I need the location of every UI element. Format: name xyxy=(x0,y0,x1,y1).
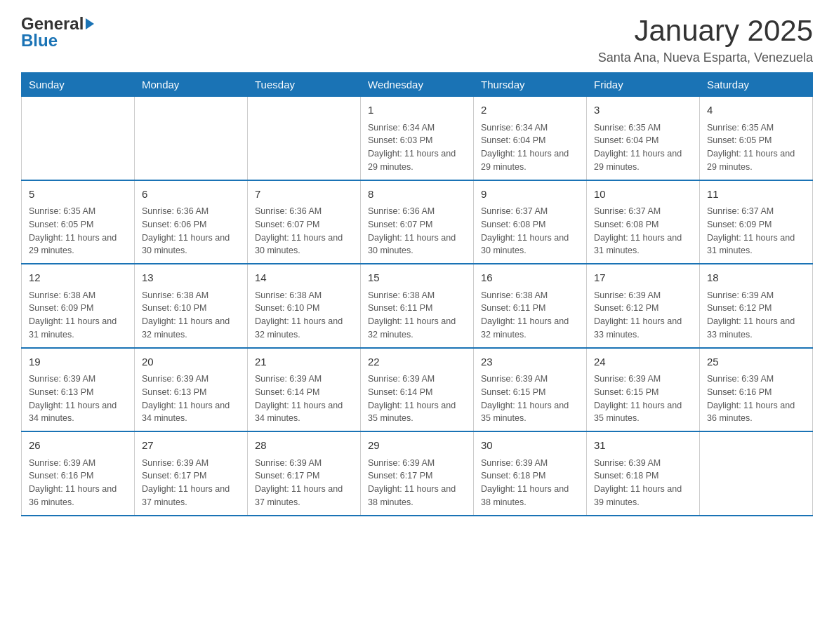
day-info: Sunrise: 6:36 AMSunset: 6:07 PMDaylight:… xyxy=(255,205,353,257)
calendar-table: SundayMondayTuesdayWednesdayThursdayFrid… xyxy=(21,72,813,516)
day-number: 30 xyxy=(481,438,579,454)
logo-blue-text: Blue xyxy=(21,31,58,50)
calendar-cell: 29Sunrise: 6:39 AMSunset: 6:17 PMDayligh… xyxy=(361,431,474,516)
day-info: Sunrise: 6:39 AMSunset: 6:15 PMDaylight:… xyxy=(594,373,692,425)
day-number: 11 xyxy=(707,187,805,203)
day-header-thursday: Thursday xyxy=(474,73,587,97)
day-number: 27 xyxy=(142,438,240,454)
calendar-cell: 18Sunrise: 6:39 AMSunset: 6:12 PMDayligh… xyxy=(700,264,813,348)
day-number: 28 xyxy=(255,438,353,454)
calendar-cell xyxy=(22,97,135,180)
page-subtitle: Santa Ana, Nueva Esparta, Venezuela xyxy=(598,51,813,65)
calendar-cell: 23Sunrise: 6:39 AMSunset: 6:15 PMDayligh… xyxy=(474,348,587,432)
calendar-cell: 6Sunrise: 6:36 AMSunset: 6:06 PMDaylight… xyxy=(135,180,248,264)
day-info: Sunrise: 6:37 AMSunset: 6:08 PMDaylight:… xyxy=(594,205,692,257)
day-number: 16 xyxy=(481,270,579,286)
day-header-wednesday: Wednesday xyxy=(361,73,474,97)
calendar-cell xyxy=(700,431,813,516)
calendar-cell: 7Sunrise: 6:36 AMSunset: 6:07 PMDaylight… xyxy=(248,180,361,264)
day-info: Sunrise: 6:38 AMSunset: 6:09 PMDaylight:… xyxy=(29,289,127,342)
calendar-cell: 10Sunrise: 6:37 AMSunset: 6:08 PMDayligh… xyxy=(587,180,700,264)
day-info: Sunrise: 6:39 AMSunset: 6:17 PMDaylight:… xyxy=(368,457,466,509)
day-info: Sunrise: 6:37 AMSunset: 6:08 PMDaylight:… xyxy=(481,205,579,257)
page-title: January 2025 xyxy=(598,14,813,48)
day-number: 3 xyxy=(594,102,692,119)
day-number: 17 xyxy=(594,270,692,286)
calendar-week-2: 5Sunrise: 6:35 AMSunset: 6:05 PMDaylight… xyxy=(22,180,813,264)
calendar-cell: 27Sunrise: 6:39 AMSunset: 6:17 PMDayligh… xyxy=(135,431,248,516)
day-info: Sunrise: 6:39 AMSunset: 6:16 PMDaylight:… xyxy=(707,373,805,425)
calendar-cell xyxy=(248,97,361,180)
calendar-cell: 15Sunrise: 6:38 AMSunset: 6:11 PMDayligh… xyxy=(361,264,474,348)
day-info: Sunrise: 6:36 AMSunset: 6:07 PMDaylight:… xyxy=(368,205,466,257)
day-number: 7 xyxy=(255,187,353,203)
day-number: 9 xyxy=(481,187,579,203)
calendar-cell: 16Sunrise: 6:38 AMSunset: 6:11 PMDayligh… xyxy=(474,264,587,348)
day-info: Sunrise: 6:39 AMSunset: 6:15 PMDaylight:… xyxy=(481,373,579,425)
calendar-week-3: 12Sunrise: 6:38 AMSunset: 6:09 PMDayligh… xyxy=(22,264,813,348)
day-number: 19 xyxy=(29,354,127,370)
day-info: Sunrise: 6:38 AMSunset: 6:10 PMDaylight:… xyxy=(255,289,353,342)
day-number: 26 xyxy=(29,438,127,454)
calendar-cell: 31Sunrise: 6:39 AMSunset: 6:18 PMDayligh… xyxy=(587,431,700,516)
day-info: Sunrise: 6:39 AMSunset: 6:17 PMDaylight:… xyxy=(255,457,353,509)
day-info: Sunrise: 6:39 AMSunset: 6:14 PMDaylight:… xyxy=(368,373,466,425)
day-number: 22 xyxy=(368,354,466,370)
day-number: 1 xyxy=(368,102,466,119)
page-header: General Blue January 2025 Santa Ana, Nue… xyxy=(21,14,813,65)
calendar-cell: 19Sunrise: 6:39 AMSunset: 6:13 PMDayligh… xyxy=(22,348,135,432)
day-info: Sunrise: 6:39 AMSunset: 6:12 PMDaylight:… xyxy=(707,289,805,342)
calendar-cell: 4Sunrise: 6:35 AMSunset: 6:05 PMDaylight… xyxy=(700,97,813,180)
calendar-cell: 5Sunrise: 6:35 AMSunset: 6:05 PMDaylight… xyxy=(22,180,135,264)
calendar-cell: 25Sunrise: 6:39 AMSunset: 6:16 PMDayligh… xyxy=(700,348,813,432)
day-info: Sunrise: 6:39 AMSunset: 6:13 PMDaylight:… xyxy=(142,373,240,425)
day-number: 2 xyxy=(481,102,579,119)
calendar-header: SundayMondayTuesdayWednesdayThursdayFrid… xyxy=(22,73,813,97)
day-number: 4 xyxy=(707,102,805,119)
day-number: 10 xyxy=(594,187,692,203)
calendar-cell: 30Sunrise: 6:39 AMSunset: 6:18 PMDayligh… xyxy=(474,431,587,516)
day-number: 14 xyxy=(255,270,353,286)
calendar-cell: 13Sunrise: 6:38 AMSunset: 6:10 PMDayligh… xyxy=(135,264,248,348)
day-number: 20 xyxy=(142,354,240,370)
calendar-cell: 22Sunrise: 6:39 AMSunset: 6:14 PMDayligh… xyxy=(361,348,474,432)
calendar-cell: 3Sunrise: 6:35 AMSunset: 6:04 PMDaylight… xyxy=(587,97,700,180)
day-info: Sunrise: 6:39 AMSunset: 6:18 PMDaylight:… xyxy=(594,457,692,509)
day-number: 25 xyxy=(707,354,805,370)
calendar-cell: 14Sunrise: 6:38 AMSunset: 6:10 PMDayligh… xyxy=(248,264,361,348)
day-info: Sunrise: 6:39 AMSunset: 6:18 PMDaylight:… xyxy=(481,457,579,509)
calendar-cell: 12Sunrise: 6:38 AMSunset: 6:09 PMDayligh… xyxy=(22,264,135,348)
calendar-cell: 24Sunrise: 6:39 AMSunset: 6:15 PMDayligh… xyxy=(587,348,700,432)
day-number: 29 xyxy=(368,438,466,454)
logo: General Blue xyxy=(21,14,95,51)
day-info: Sunrise: 6:34 AMSunset: 6:04 PMDaylight:… xyxy=(481,121,579,174)
day-info: Sunrise: 6:39 AMSunset: 6:12 PMDaylight:… xyxy=(594,289,692,342)
day-header-monday: Monday xyxy=(135,73,248,97)
day-info: Sunrise: 6:35 AMSunset: 6:04 PMDaylight:… xyxy=(594,121,692,174)
day-number: 18 xyxy=(707,270,805,286)
day-number: 31 xyxy=(594,438,692,454)
calendar-cell: 20Sunrise: 6:39 AMSunset: 6:13 PMDayligh… xyxy=(135,348,248,432)
calendar-cell: 11Sunrise: 6:37 AMSunset: 6:09 PMDayligh… xyxy=(700,180,813,264)
day-info: Sunrise: 6:34 AMSunset: 6:03 PMDaylight:… xyxy=(368,121,466,174)
day-number: 6 xyxy=(142,187,240,203)
calendar-cell xyxy=(135,97,248,180)
calendar-week-1: 1Sunrise: 6:34 AMSunset: 6:03 PMDaylight… xyxy=(22,97,813,180)
day-info: Sunrise: 6:35 AMSunset: 6:05 PMDaylight:… xyxy=(707,121,805,174)
day-info: Sunrise: 6:39 AMSunset: 6:17 PMDaylight:… xyxy=(142,457,240,509)
day-header-saturday: Saturday xyxy=(700,73,813,97)
day-info: Sunrise: 6:38 AMSunset: 6:10 PMDaylight:… xyxy=(142,289,240,342)
calendar-cell: 21Sunrise: 6:39 AMSunset: 6:14 PMDayligh… xyxy=(248,348,361,432)
day-number: 15 xyxy=(368,270,466,286)
day-info: Sunrise: 6:38 AMSunset: 6:11 PMDaylight:… xyxy=(368,289,466,342)
calendar-week-4: 19Sunrise: 6:39 AMSunset: 6:13 PMDayligh… xyxy=(22,348,813,432)
day-info: Sunrise: 6:36 AMSunset: 6:06 PMDaylight:… xyxy=(142,205,240,257)
day-number: 8 xyxy=(368,187,466,203)
calendar-cell: 26Sunrise: 6:39 AMSunset: 6:16 PMDayligh… xyxy=(22,431,135,516)
calendar-cell: 2Sunrise: 6:34 AMSunset: 6:04 PMDaylight… xyxy=(474,97,587,180)
calendar-week-5: 26Sunrise: 6:39 AMSunset: 6:16 PMDayligh… xyxy=(22,431,813,516)
day-info: Sunrise: 6:38 AMSunset: 6:11 PMDaylight:… xyxy=(481,289,579,342)
logo-arrow-icon xyxy=(86,18,94,29)
day-info: Sunrise: 6:39 AMSunset: 6:13 PMDaylight:… xyxy=(29,373,127,425)
day-info: Sunrise: 6:37 AMSunset: 6:09 PMDaylight:… xyxy=(707,205,805,257)
